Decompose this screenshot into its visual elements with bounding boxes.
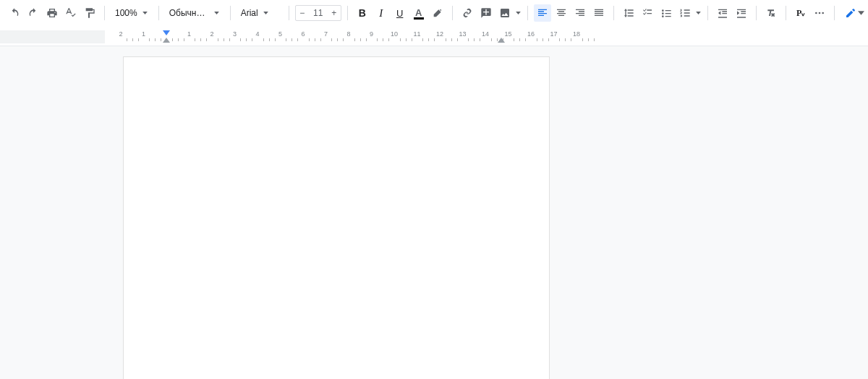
insert-link-icon[interactable] [459, 4, 476, 22]
ruler-number: 2 [210, 30, 213, 38]
insert-comment-icon[interactable] [477, 4, 495, 22]
ruler-number: 14 [482, 30, 489, 38]
chevron-down-icon [263, 12, 269, 14]
ruler-number: 7 [324, 30, 328, 38]
zoom-select[interactable]: 100% [111, 4, 153, 22]
align-left-icon[interactable] [534, 4, 551, 22]
align-right-icon[interactable] [571, 4, 589, 22]
font-size-decrease[interactable]: − [296, 8, 309, 18]
highlight-button[interactable] [429, 4, 446, 22]
ruler-number: 16 [527, 30, 535, 38]
ruler-number: 6 [301, 30, 305, 38]
ruler-number: 11 [413, 30, 420, 38]
document-canvas[interactable] [0, 46, 868, 379]
bold-button[interactable]: B [354, 4, 371, 22]
ruler-number: 12 [436, 30, 443, 38]
chevron-down-icon[interactable] [695, 12, 702, 14]
ruler-number: 4 [255, 30, 259, 38]
ruler-number: 15 [504, 30, 511, 38]
zoom-value: 100% [115, 8, 137, 18]
italic-button[interactable]: I [373, 4, 390, 22]
ruler-number: 3 [233, 30, 237, 38]
underline-button[interactable]: U [391, 4, 409, 22]
paragraph-style-select[interactable]: Обычный … [165, 4, 224, 22]
text-color-button[interactable]: A [410, 4, 427, 22]
font-size-increase[interactable]: + [328, 8, 341, 18]
editor-area: 100% Обычный … Arial − 11 + B I U [0, 0, 868, 379]
paint-format-icon[interactable] [81, 4, 98, 22]
ruler-number: 18 [573, 30, 580, 38]
ruler-number: 1 [187, 30, 191, 38]
svg-point-2 [822, 12, 824, 14]
svg-point-0 [815, 12, 817, 14]
ruler-number: 13 [459, 30, 466, 38]
align-justify-icon[interactable] [590, 4, 608, 22]
chevron-down-icon [214, 12, 219, 14]
ruler-number: 2 [119, 30, 122, 38]
font-family-select[interactable]: Arial [237, 4, 283, 22]
paragraph-style-value: Обычный … [169, 8, 210, 18]
bulleted-list-icon[interactable] [658, 4, 675, 22]
print-icon[interactable] [43, 4, 61, 22]
redo-icon[interactable] [25, 4, 42, 22]
undo-icon[interactable] [6, 4, 23, 22]
indent-increase-icon[interactable] [733, 4, 750, 22]
more-tools-icon[interactable] [811, 4, 828, 22]
ruler-number: 9 [370, 30, 373, 38]
personal-dictionary-icon[interactable]: Pᵥ [792, 4, 809, 22]
font-size-value[interactable]: 11 [309, 8, 328, 18]
chevron-down-icon [858, 7, 864, 19]
toolbar: 100% Обычный … Arial − 11 + B I U [0, 0, 868, 26]
indent-decrease-icon[interactable] [714, 4, 731, 22]
ruler-number: 1 [142, 30, 145, 38]
page[interactable] [123, 56, 550, 379]
chevron-down-icon [142, 12, 148, 14]
align-center-icon[interactable] [553, 4, 570, 22]
ruler-number: 8 [346, 30, 350, 38]
editing-mode-button[interactable] [841, 4, 868, 22]
font-family-value: Arial [241, 8, 258, 18]
ruler-number: 5 [278, 30, 282, 38]
chevron-down-icon[interactable] [515, 12, 522, 14]
checklist-icon[interactable] [639, 4, 656, 22]
ruler-number: 17 [550, 30, 557, 38]
font-size-stepper: − 11 + [295, 5, 341, 21]
clear-formatting-icon[interactable] [762, 4, 780, 22]
spellcheck-icon[interactable] [62, 4, 80, 22]
svg-point-1 [818, 12, 820, 14]
insert-image-icon[interactable] [496, 4, 514, 22]
ruler-number: 10 [391, 30, 398, 38]
ruler[interactable]: 21123456789101112131415161718 [0, 26, 868, 46]
numbered-list-icon[interactable] [676, 4, 694, 22]
line-spacing-icon[interactable] [620, 4, 637, 22]
